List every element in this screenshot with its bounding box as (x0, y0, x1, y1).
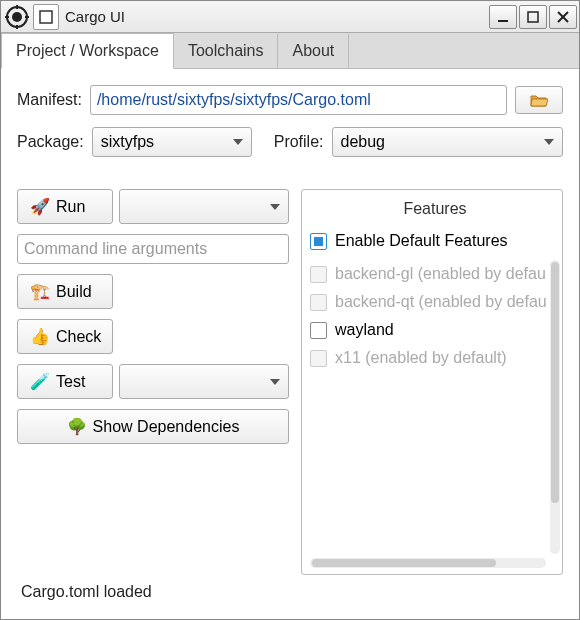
horizontal-scrollbar[interactable] (310, 558, 546, 568)
tab-project-workspace[interactable]: Project / Workspace (1, 33, 174, 69)
browse-manifest-button[interactable] (515, 86, 563, 114)
run-button-label: Run (56, 198, 85, 216)
test-tube-icon: 🧪 (30, 372, 50, 391)
show-dependencies-label: Show Dependencies (93, 418, 240, 436)
feature-label: backend-qt (enabled by default) (335, 293, 546, 311)
svg-rect-6 (40, 11, 52, 23)
chevron-down-icon (270, 204, 280, 210)
chevron-down-icon (233, 139, 243, 145)
check-button-label: Check (56, 328, 101, 346)
vertical-scrollbar[interactable] (550, 260, 560, 554)
profile-select-value: debug (341, 133, 386, 151)
profile-label: Profile: (274, 133, 324, 151)
package-select-value: sixtyfps (101, 133, 154, 151)
window-title: Cargo UI (65, 8, 487, 25)
rust-logo-icon (3, 3, 31, 31)
feature-label: x11 (enabled by default) (335, 349, 507, 367)
checkbox-checked-icon (310, 233, 327, 250)
rocket-icon: 🚀 (30, 197, 50, 216)
checkbox-icon (310, 266, 327, 283)
check-button[interactable]: 👍 Check (17, 319, 113, 354)
feature-item: backend-gl (enabled by default) (310, 260, 546, 288)
run-button[interactable]: 🚀 Run (17, 189, 113, 224)
feature-item[interactable]: wayland (310, 316, 546, 344)
tab-content: Manifest: Package: sixtyfps Profile: deb… (1, 69, 579, 619)
tab-about[interactable]: About (278, 34, 349, 68)
package-profile-row: Package: sixtyfps Profile: debug (17, 127, 563, 157)
app-window: Cargo UI Project / Workspace Toolchains … (0, 0, 580, 620)
feature-label: wayland (335, 321, 394, 339)
build-button[interactable]: 🏗️ Build (17, 274, 113, 309)
test-button-label: Test (56, 373, 85, 391)
enable-default-features-checkbox[interactable]: Enable Default Features (310, 228, 560, 254)
main-area: 🚀 Run 🏗️ Build (17, 189, 563, 575)
tree-icon: 🌳 (67, 417, 87, 436)
test-button[interactable]: 🧪 Test (17, 364, 113, 399)
show-dependencies-button[interactable]: 🌳 Show Dependencies (17, 409, 289, 444)
close-button[interactable] (549, 5, 577, 29)
feature-item: x11 (enabled by default) (310, 344, 546, 372)
features-list: backend-gl (enabled by default) backend-… (310, 260, 560, 568)
enable-default-features-label: Enable Default Features (335, 232, 508, 250)
features-panel: Features Enable Default Features backend… (301, 189, 563, 575)
thumbs-up-icon: 👍 (30, 327, 50, 346)
crane-icon: 🏗️ (30, 282, 50, 301)
window-app-icon (33, 4, 59, 30)
feature-label: backend-gl (enabled by default) (335, 265, 546, 283)
args-input[interactable] (17, 234, 289, 264)
package-label: Package: (17, 133, 84, 151)
feature-item: backend-qt (enabled by default) (310, 288, 546, 316)
maximize-button[interactable] (519, 5, 547, 29)
chevron-down-icon (270, 379, 280, 385)
actions-column: 🚀 Run 🏗️ Build (17, 189, 289, 575)
titlebar: Cargo UI (1, 1, 579, 33)
checkbox-icon (310, 350, 327, 367)
tabbar: Project / Workspace Toolchains About (1, 33, 579, 69)
manifest-row: Manifest: (17, 85, 563, 115)
minimize-button[interactable] (489, 5, 517, 29)
svg-rect-8 (528, 12, 538, 22)
checkbox-icon (310, 294, 327, 311)
run-target-select[interactable] (119, 189, 289, 224)
manifest-label: Manifest: (17, 91, 82, 109)
tab-toolchains[interactable]: Toolchains (174, 34, 279, 68)
package-select[interactable]: sixtyfps (92, 127, 252, 157)
manifest-input[interactable] (90, 85, 507, 115)
chevron-down-icon (544, 139, 554, 145)
features-title: Features (310, 196, 560, 228)
svg-point-1 (12, 12, 22, 22)
folder-open-icon (530, 93, 548, 107)
build-button-label: Build (56, 283, 92, 301)
test-target-select[interactable] (119, 364, 289, 399)
profile-select[interactable]: debug (332, 127, 563, 157)
checkbox-icon (310, 322, 327, 339)
status-bar: Cargo.toml loaded (17, 575, 563, 611)
